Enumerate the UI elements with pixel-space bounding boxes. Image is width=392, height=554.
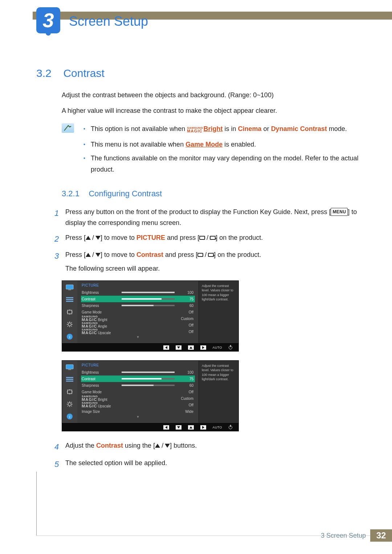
auto-label: AUTO <box>213 346 222 349</box>
up-down-icon: / <box>155 440 170 451</box>
osd-menu-row: Image SizeWide <box>81 408 195 415</box>
step-list-cont: 4 Adjust the Contrast using the [/] butt… <box>54 440 359 471</box>
up-button <box>188 425 194 430</box>
note-icon <box>62 123 74 133</box>
list-icon <box>65 296 74 303</box>
step-5: 5 The selected option will be applied. <box>54 457 359 471</box>
osd-bottom-bar: AUTO <box>62 423 239 431</box>
step-2: 2 Press [/] to move to PICTURE and press… <box>54 232 359 246</box>
subsection-number: 3.2.1 <box>62 189 87 198</box>
scroll-down-icon: ▼ <box>81 335 195 340</box>
svg-rect-10 <box>68 369 71 370</box>
section-heading: 3.2 Contrast <box>36 67 359 79</box>
osd-title: PICTURE <box>81 282 195 289</box>
svg-point-6 <box>68 323 71 326</box>
step-3: 3 Press [/] to move to Contrast and pres… <box>54 249 359 274</box>
svg-rect-5 <box>68 310 72 314</box>
chapter-badge: 3 <box>36 7 60 33</box>
section-title: Contrast <box>63 67 104 79</box>
step-4: 4 Adjust the Contrast using the [/] butt… <box>54 440 359 454</box>
osd-help-text: Adjust the contrast level. Values closer… <box>199 281 238 343</box>
footer-label: 3 Screen Setup <box>321 532 366 539</box>
up-down-icon: / <box>86 232 101 243</box>
gear-icon <box>65 321 74 328</box>
resize-icon <box>65 308 74 316</box>
svg-point-15 <box>68 403 71 406</box>
subsection-heading: 3.2.1 Configuring Contrast <box>62 189 359 198</box>
note-item-1: This option is not available when SAMSUN… <box>83 123 359 136</box>
page-number: 32 <box>370 529 392 542</box>
osd-menu-row: Sharpness60 <box>81 382 195 389</box>
osd-menu-row: Game ModeOff <box>81 309 195 315</box>
svg-rect-3 <box>66 299 73 300</box>
svg-text:i: i <box>69 414 70 419</box>
down-button <box>176 425 181 430</box>
svg-rect-1 <box>68 290 71 290</box>
osd-menu-row: Contrast75 <box>81 296 195 302</box>
power-icon <box>229 346 232 349</box>
osd-menu-row: SAMSUNGMAGICUpscaleOff <box>81 328 195 335</box>
gear-icon <box>65 401 74 408</box>
intro-line-2: A higher value will increase the contras… <box>62 105 359 116</box>
svg-rect-2 <box>66 297 73 298</box>
note-item-3: The functions available on the monitor m… <box>83 153 359 175</box>
osd-sidebar: i <box>62 361 77 423</box>
info-icon: i <box>65 413 74 420</box>
osd-menu-row: Game ModeOff <box>81 389 195 395</box>
svg-rect-14 <box>68 390 72 394</box>
section-number: 3.2 <box>36 67 62 79</box>
step-1: 1 Press any button on the front of the p… <box>54 206 359 229</box>
svg-text:i: i <box>69 335 70 339</box>
margin-rule <box>36 472 37 536</box>
section-body: Adjust the contrast between the objects … <box>62 90 359 116</box>
power-icon <box>229 426 232 429</box>
up-down-icon: / <box>86 249 101 260</box>
menu-chip: MENU <box>331 208 348 216</box>
scroll-down-icon: ▼ <box>81 415 195 420</box>
left-button <box>163 345 169 350</box>
osd-menu-row: SAMSUNGMAGICAngleOff <box>81 322 195 328</box>
resize-icon <box>65 388 74 395</box>
picture-icon <box>65 284 74 291</box>
osd-screenshot-2: i PICTURE Brightness100Contrast75Sharpne… <box>62 360 359 431</box>
osd-menu-row: SAMSUNGMAGICUpscaleOff <box>81 402 195 408</box>
right-button <box>200 345 206 350</box>
footer-line <box>36 535 370 536</box>
down-button <box>176 345 181 350</box>
note-item-2: This menu is not available when Game Mod… <box>83 139 359 150</box>
subsection-title: Configuring Contrast <box>89 189 162 198</box>
svg-rect-12 <box>66 379 73 380</box>
osd-menu-row: Brightness100 <box>81 369 195 376</box>
magic-bright-inline: SAMSUNGMAGIC <box>187 125 203 136</box>
svg-rect-13 <box>66 381 73 382</box>
svg-rect-9 <box>66 365 73 369</box>
svg-rect-11 <box>66 377 73 378</box>
chapter-number: 3 <box>42 10 54 30</box>
svg-rect-4 <box>66 301 73 302</box>
intro-line-1: Adjust the contrast between the objects … <box>62 90 359 101</box>
osd-screenshot-1: i PICTURE Brightness100Contrast75Sharpne… <box>62 280 359 352</box>
osd-sidebar: i <box>62 281 77 343</box>
info-icon: i <box>65 333 74 340</box>
right-button <box>200 425 206 430</box>
page-content: 3.2 Contrast Adjust the contrast between… <box>36 67 359 475</box>
list-icon <box>65 376 74 383</box>
svg-rect-0 <box>66 285 73 289</box>
enter-icon: / <box>199 232 216 243</box>
osd-menu-row: SAMSUNGMAGICBrightCustom <box>81 315 195 322</box>
note-block: This option is not available when SAMSUN… <box>62 123 359 178</box>
osd-menu-row: Contrast75 <box>81 376 195 382</box>
picture-icon <box>65 364 74 371</box>
osd-help-text: Adjust the contrast level. Values closer… <box>199 361 238 423</box>
step-list: 1 Press any button on the front of the p… <box>54 206 359 274</box>
auto-label: AUTO <box>213 426 222 429</box>
chapter-title: Screen Setup <box>69 14 148 29</box>
up-button <box>188 345 194 350</box>
osd-bottom-bar: AUTO <box>62 344 239 352</box>
left-button <box>163 425 169 430</box>
enter-icon: / <box>197 249 214 260</box>
osd-menu-row: Brightness100 <box>81 289 195 296</box>
osd-menu-row: SAMSUNGMAGICBrightCustom <box>81 395 195 402</box>
osd-title: PICTURE <box>81 362 195 369</box>
osd-menu-row: Sharpness60 <box>81 302 195 309</box>
